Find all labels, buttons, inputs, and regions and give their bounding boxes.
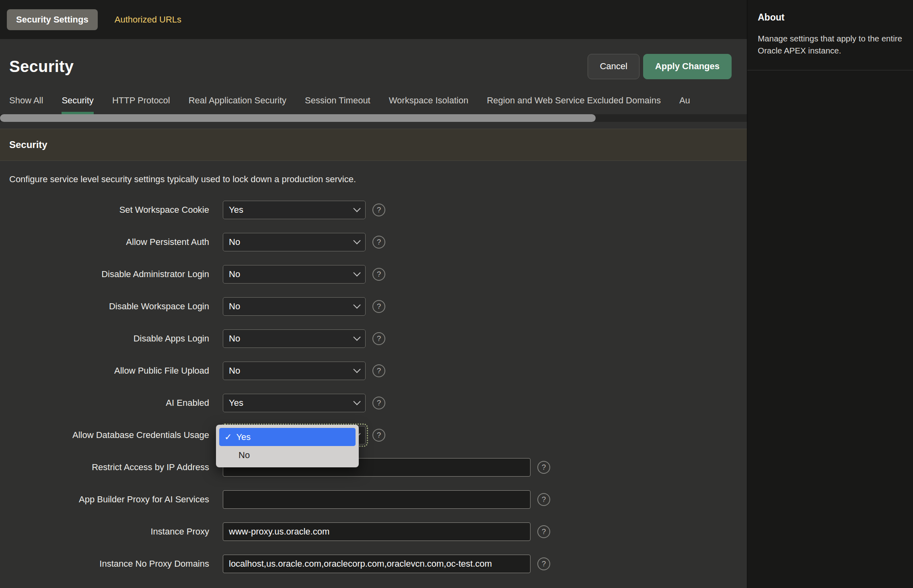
help-icon[interactable]: ? [537, 461, 550, 474]
dropdown-option-no[interactable]: No [219, 446, 356, 464]
field-control: No ? [223, 362, 385, 380]
select-disable-administrator-login[interactable]: No [223, 265, 366, 284]
about-title: About [758, 12, 903, 23]
tab-show-all[interactable]: Show All [9, 95, 43, 114]
dropdown-option-label: Yes [236, 432, 251, 442]
input-instance-no-proxy-domains[interactable] [223, 555, 531, 573]
help-icon[interactable]: ? [537, 525, 550, 538]
help-icon[interactable]: ? [372, 364, 385, 377]
form-row: App Builder Proxy for AI Services ? [9, 490, 738, 509]
scrollbar-thumb[interactable] [0, 114, 596, 122]
tab-session-timeout[interactable]: Session Timeout [305, 95, 370, 114]
field-label: App Builder Proxy for AI Services [9, 494, 209, 505]
chevron-down-icon [353, 366, 360, 373]
section-title: Security [9, 139, 47, 150]
select-set-workspace-cookie[interactable]: Yes [223, 201, 366, 219]
select-value: No [229, 366, 240, 376]
field-label: Allow Public File Upload [9, 366, 209, 376]
panel-divider [747, 70, 913, 70]
field-control: No ? [223, 297, 385, 316]
field-label: Instance No Proxy Domains [9, 559, 209, 569]
field-control: ? [223, 555, 550, 573]
field-control: ? [223, 522, 550, 541]
help-icon[interactable]: ? [372, 268, 385, 281]
about-panel: About Manage settings that apply to the … [747, 0, 913, 588]
select-allow-public-file-upload[interactable]: No [223, 362, 366, 380]
dropdown-option-yes[interactable]: ✓ Yes [219, 428, 356, 446]
header-actions: Cancel Apply Changes [588, 54, 732, 79]
form-row: Allow Persistent Auth No ? [9, 233, 738, 251]
horizontal-scrollbar[interactable] [0, 114, 747, 122]
form-row: Instance No Proxy Domains ? [9, 555, 738, 573]
form-row: Set Workspace Cookie Yes ? [9, 201, 738, 219]
field-control: Yes ? [223, 394, 385, 412]
field-label: Set Workspace Cookie [9, 205, 209, 215]
select-value: No [229, 301, 240, 312]
select-ai-enabled[interactable]: Yes [223, 394, 366, 412]
select-dropdown-menu: ✓ Yes No [216, 425, 359, 467]
chevron-down-icon [353, 237, 360, 244]
section-description: Configure service level security setting… [9, 174, 738, 185]
cancel-button[interactable]: Cancel [588, 54, 639, 79]
field-label: Disable Apps Login [9, 333, 209, 344]
chevron-down-icon [353, 398, 360, 405]
select-value: No [229, 237, 240, 247]
chevron-down-icon [353, 301, 360, 308]
help-icon[interactable]: ? [372, 397, 385, 409]
tab-authorized-urls[interactable]: Authorized URLs [115, 14, 181, 25]
field-control: ? [223, 490, 550, 509]
security-form: Set Workspace Cookie Yes ? Allow Persist… [9, 201, 738, 573]
tab-real-application-security[interactable]: Real Application Security [189, 95, 286, 114]
select-value: No [229, 269, 240, 280]
tab-region-and-web-service-excluded-domains[interactable]: Region and Web Service Excluded Domains [487, 95, 661, 114]
field-control: Yes ? [223, 201, 385, 219]
field-control: No ? [223, 265, 385, 284]
about-text: Manage settings that apply to the entire… [758, 33, 903, 57]
select-disable-apps-login[interactable]: No [223, 329, 366, 348]
form-row: Disable Workspace Login No ? [9, 297, 738, 316]
select-value: Yes [229, 398, 243, 408]
help-icon[interactable]: ? [372, 236, 385, 249]
select-allow-persistent-auth[interactable]: No [223, 233, 366, 251]
apply-changes-button[interactable]: Apply Changes [643, 54, 732, 79]
field-label: Allow Persistent Auth [9, 237, 209, 247]
tab-security[interactable]: Security [62, 95, 93, 114]
field-label: Allow Database Credentials Usage [9, 430, 209, 440]
settings-tabbar: Show All Security HTTP Protocol Real App… [0, 90, 747, 114]
field-label: Disable Workspace Login [9, 301, 209, 312]
form-row: AI Enabled Yes ? [9, 394, 738, 412]
help-icon[interactable]: ? [372, 429, 385, 442]
check-icon: ✓ [224, 433, 232, 442]
page-title: Security [9, 58, 74, 76]
form-row: Instance Proxy ? [9, 522, 738, 541]
field-control: Yes ? ✓ Yes No [223, 426, 385, 444]
field-label: Instance Proxy [9, 526, 209, 537]
select-value: Yes [229, 205, 243, 215]
select-value: No [229, 333, 240, 344]
field-control: No ? [223, 329, 385, 348]
tab-security-settings[interactable]: Security Settings [7, 9, 98, 30]
input-app-builder-proxy-for-ai-services[interactable] [223, 490, 531, 509]
section-content: Configure service level security setting… [0, 174, 747, 573]
field-control: No ? [223, 233, 385, 251]
form-row: Allow Database Credentials Usage Yes ? ✓… [9, 426, 738, 444]
help-icon[interactable]: ? [372, 204, 385, 216]
dropdown-option-label: No [239, 450, 250, 461]
help-icon[interactable]: ? [372, 332, 385, 345]
tab-clipped[interactable]: Au [679, 95, 690, 114]
form-row: Disable Administrator Login No ? [9, 265, 738, 284]
chevron-down-icon [353, 333, 360, 341]
tab-http-protocol[interactable]: HTTP Protocol [112, 95, 170, 114]
tab-workspace-isolation[interactable]: Workspace Isolation [389, 95, 469, 114]
section-header: Security [0, 129, 747, 161]
select-disable-workspace-login[interactable]: No [223, 297, 366, 316]
form-row: Disable Apps Login No ? [9, 329, 738, 348]
chevron-down-icon [353, 269, 360, 276]
help-icon[interactable]: ? [537, 493, 550, 506]
help-icon[interactable]: ? [537, 557, 550, 570]
main-area: Security Settings Authorized URLs Securi… [0, 0, 747, 588]
input-instance-proxy[interactable] [223, 522, 531, 541]
help-icon[interactable]: ? [372, 300, 385, 313]
app-root: Security Settings Authorized URLs Securi… [0, 0, 913, 588]
page-header: Security Cancel Apply Changes [0, 39, 747, 90]
